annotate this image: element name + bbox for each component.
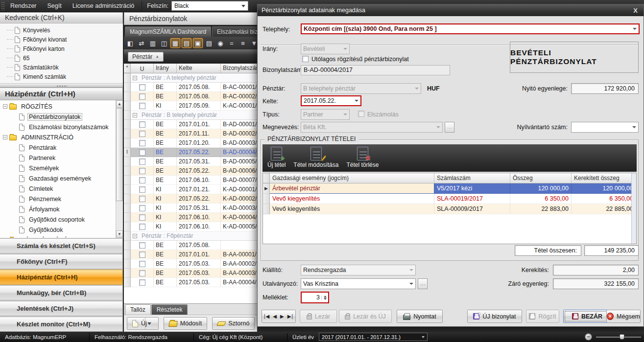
bezar-button[interactable]: BEZÁR <box>563 310 611 323</box>
row-checkbox[interactable] <box>139 270 145 276</box>
nav-last-icon[interactable]: ▶| <box>287 314 293 319</box>
table-row[interactable]: KI2017.01.21.K-AD-00001/2017 <box>124 185 257 194</box>
nyomtat-button[interactable]: Nyomtat <box>397 310 443 323</box>
kelte-datepicker[interactable]: 2017.05.22. <box>301 95 361 106</box>
tetel-row[interactable]: Vevő kiegyenlítésSLA-00009/201722 883,00… <box>263 204 636 214</box>
favorite-item[interactable]: 65 <box>0 53 123 63</box>
utalvanyozo-select[interactable]: Vas Krisztina <box>301 278 416 289</box>
increment-icon[interactable] <box>324 296 327 297</box>
telephely-select[interactable]: Központi cím [(szla) 3900 Ond, Para norm… <box>301 23 640 34</box>
row-checkbox[interactable] <box>139 131 145 137</box>
nav-first-icon[interactable]: |◀ <box>264 314 270 319</box>
zoom-out-icon[interactable]: − <box>585 333 592 341</box>
table-row[interactable]: BE2017.01.20.B-AD-00003/2017 <box>124 138 257 148</box>
utolagos-checkbox[interactable] <box>302 56 309 62</box>
table-row[interactable]: BE2017.05.03.B-AA-00002/2017 <box>124 259 257 269</box>
sidebar-section-button[interactable]: Készlet monitor (Ctrl+M) <box>0 317 123 332</box>
table-row[interactable]: BE2017.05.03.B-AA-00003/2017 <box>124 269 257 278</box>
row-checkbox[interactable] <box>139 205 145 211</box>
menu-item[interactable]: Segít <box>42 0 67 12</box>
tetel-column-header[interactable]: Összeg <box>510 173 572 183</box>
nyilvantarto-select[interactable] <box>571 122 639 133</box>
selection-mode-icon[interactable]: ◧ <box>125 38 135 48</box>
row-checkbox[interactable] <box>139 121 145 128</box>
row-checkbox[interactable] <box>139 196 145 202</box>
tetel-column-header[interactable]: Kerekített összeg <box>572 173 636 183</box>
bottom-tab-tallóz[interactable]: Tallóz <box>125 304 151 315</box>
row-checkbox[interactable] <box>139 186 145 193</box>
table-row[interactable]: BE2017.01.01.B-AA-00001/2017 <box>124 250 257 259</box>
browser-tab[interactable]: Elszámolási bizonylatszám <box>212 26 257 37</box>
uj-bizonylat-button[interactable]: + ÚJ bizonylat <box>467 310 522 323</box>
equal-rows-icon[interactable]: = <box>227 38 237 48</box>
hierarchy-icon[interactable]: ≡ <box>238 38 248 48</box>
filter-icon[interactable]: ▼ <box>249 38 257 48</box>
zoom-slider-thumb[interactable] <box>620 334 624 340</box>
card-view-icon[interactable]: ▥ <box>148 38 158 48</box>
close-icon[interactable]: X <box>631 7 640 14</box>
tree-doc-item[interactable]: Gazdasági események <box>0 173 116 183</box>
grid-lines-icon[interactable]: ▦ <box>170 38 180 48</box>
button-sztornó[interactable]: Sztornó <box>212 317 255 330</box>
group-field-button[interactable]: Pénztár ▲ <box>128 52 164 62</box>
expander-icon[interactable]: − <box>3 104 7 109</box>
table-row[interactable]: BE2017.05.08.B-AC-00001/2017 <box>124 83 257 92</box>
sidebar-section-button[interactable]: Házipénztár (Ctrl+H) <box>0 270 123 285</box>
favorites-header[interactable]: Kedvencek (Ctrl+K) <box>0 12 123 23</box>
toolbar-grip[interactable] <box>1 1 5 10</box>
tree-doc-item[interactable]: Pénznemek <box>0 194 116 204</box>
tetel-column-header[interactable]: Gazdasági esemény (jogcím) <box>270 173 434 183</box>
tree-doc-item[interactable]: Partnerek <box>0 153 116 163</box>
tetel-toolbar-button[interactable]: Tétel módosítása <box>290 146 341 169</box>
table-row[interactable]: BE2017.05.31.B-AD-00005/2017 <box>124 157 257 166</box>
tetel-toolbar-button[interactable]: +Új tétel <box>264 146 288 169</box>
tree-doc-item[interactable]: Gyűjtőkód csoportok <box>0 214 116 225</box>
favorite-item[interactable]: Főkönyvi karton <box>0 44 123 53</box>
row-checkbox[interactable] <box>139 84 145 91</box>
favorite-item[interactable]: Kimenő számlák <box>0 72 123 81</box>
row-checkbox[interactable] <box>139 103 145 109</box>
table-row[interactable]: BE2017.05.22.B-AD-00006/2017 <box>124 166 257 176</box>
tree-doc-item[interactable]: Árfolyamok <box>0 204 116 214</box>
tree-section-title[interactable]: Házipénztár (Ctrl+H) <box>0 88 123 100</box>
row-checkbox[interactable] <box>139 93 145 100</box>
tree-doc-item[interactable]: Gyűjtőkódok <box>0 225 116 235</box>
button-módosít[interactable]: Módosít <box>164 317 207 330</box>
compact-view-icon[interactable]: ◫ <box>159 38 169 48</box>
scroll-up-icon[interactable]: ▲ <box>116 100 123 108</box>
utalvanyozo-browse-button[interactable]: … <box>418 278 428 289</box>
collapse-icon[interactable]: − <box>133 76 137 80</box>
row-checkbox[interactable] <box>139 224 145 230</box>
tree-folder-item[interactable]: −RÖGZÍTÉS <box>0 101 116 112</box>
table-row[interactable]: BE2017.06.10.B-AD-00007/2017 <box>124 176 257 185</box>
table-row[interactable]: KI2017.06.10.K-AD-00004/2017 <box>124 213 257 222</box>
tree-folder-item[interactable]: −ADMINISZTRÁCIÓ <box>0 132 116 142</box>
tree-folder-item[interactable]: +PÉNZTÁR ZÁRÁS <box>0 235 116 238</box>
expander-icon[interactable]: − <box>3 135 7 139</box>
zoom-slider[interactable] <box>596 337 641 338</box>
row-checkbox[interactable] <box>139 159 145 165</box>
group-row[interactable]: −Pénztár : Főpénztár <box>124 231 257 241</box>
table-row[interactable]: KI2017.05.09.K-AC-00001/2017 <box>124 101 257 111</box>
collapse-icon[interactable]: − <box>133 113 137 117</box>
tree-scrollbar[interactable]: ▲ ▼ <box>116 100 123 238</box>
table-row[interactable]: KI2017.06.10.K-AD-00005/2017 <box>124 222 257 231</box>
column-header[interactable]: Kelte <box>177 64 221 73</box>
favorite-item[interactable]: Főkönyvi kivonat <box>0 35 123 44</box>
row-checkbox[interactable] <box>139 279 145 286</box>
splitter-handle[interactable] <box>0 84 123 88</box>
search-grid-icon[interactable]: ◉ <box>215 38 225 48</box>
bottom-tab-részletek[interactable]: Részletek <box>151 304 188 315</box>
dropdown-arrow[interactable] <box>145 317 153 330</box>
nav-next-icon[interactable]: ▶ <box>280 314 285 319</box>
menu-item[interactable]: License adminisztráció <box>67 0 140 12</box>
record-nav-group[interactable]: |◀ ◀ ▶ ▶| <box>262 310 296 323</box>
column-header[interactable]: Irány <box>154 64 177 73</box>
table-row[interactable]: BE2017.01.11.B-AD-00002/2017 <box>124 129 257 138</box>
table-row[interactable]: IBE2017.05.22.B-AD-00004/2017 <box>124 148 257 157</box>
group-row[interactable]: −Pénztár : B telephely pénztár <box>124 111 257 120</box>
tetel-row[interactable]: Vevő kiegyenlítésSLA-00019/20176 350,006… <box>263 194 636 204</box>
scrollbar-thumb[interactable] <box>116 108 123 201</box>
tree-doc-item[interactable]: Személyek <box>0 163 116 173</box>
tetel-scrollbar[interactable] <box>631 173 636 244</box>
